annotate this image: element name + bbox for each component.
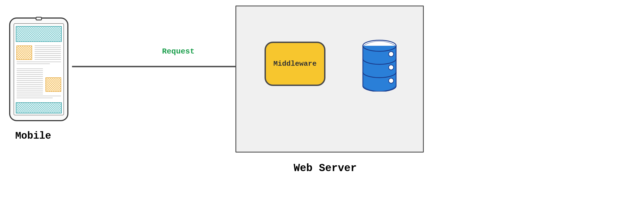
- svg-rect-1: [36, 17, 42, 20]
- svg-point-38: [389, 65, 394, 70]
- mobile-footer-banner: [16, 103, 61, 113]
- database-icon: [360, 39, 399, 92]
- mobile-label: Mobile: [15, 130, 51, 142]
- mobile-header-banner: [16, 26, 61, 42]
- webserver-label: Web Server: [294, 162, 357, 174]
- request-label: Request: [162, 47, 195, 56]
- svg-rect-4: [16, 26, 61, 42]
- svg-rect-32: [46, 78, 61, 92]
- svg-rect-5: [17, 46, 32, 60]
- svg-rect-33: [16, 103, 61, 113]
- mobile-device-icon: [8, 17, 69, 122]
- svg-point-37: [389, 52, 394, 57]
- middleware-box: Middleware: [265, 42, 325, 86]
- svg-point-39: [389, 78, 394, 83]
- middleware-label: Middleware: [273, 60, 317, 68]
- request-arrow-icon: [72, 62, 263, 71]
